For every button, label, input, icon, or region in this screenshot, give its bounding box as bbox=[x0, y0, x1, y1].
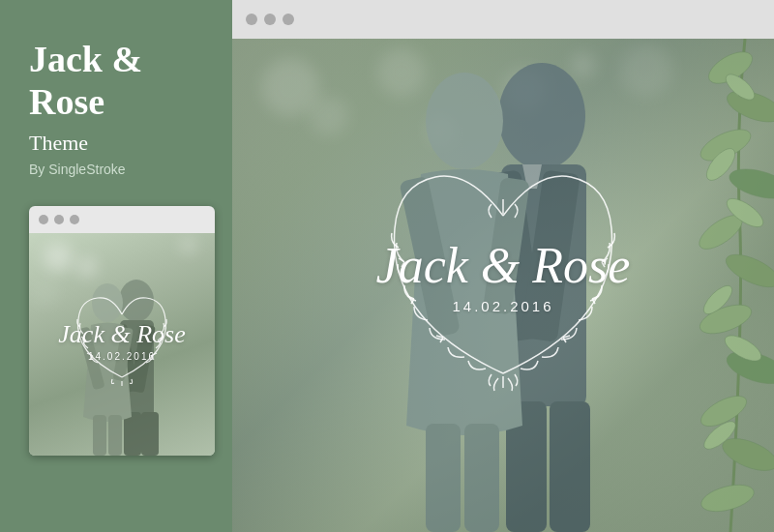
svg-rect-22 bbox=[464, 424, 499, 532]
wreath-large bbox=[348, 136, 658, 407]
wreath-small bbox=[59, 281, 185, 397]
theme-author: By SingleStroke bbox=[29, 162, 203, 177]
window-dot-1 bbox=[39, 215, 48, 224]
theme-subtitle: Theme bbox=[29, 131, 203, 156]
small-preview-image: Jack & Rose 14.02.2016 bbox=[29, 233, 215, 456]
svg-point-26 bbox=[727, 163, 774, 204]
main-area: Jack & Rose 14.02.2016 bbox=[232, 0, 774, 532]
main-dot-3 bbox=[283, 14, 294, 25]
main-dot-1 bbox=[246, 14, 257, 25]
main-window-bar bbox=[232, 0, 774, 39]
small-preview-window: Jack & Rose 14.02.2016 bbox=[29, 206, 215, 456]
small-window-bar bbox=[29, 206, 215, 233]
window-dot-3 bbox=[70, 215, 79, 224]
window-dot-2 bbox=[54, 215, 64, 224]
svg-rect-16 bbox=[550, 401, 590, 532]
svg-rect-5 bbox=[141, 412, 159, 456]
main-dot-2 bbox=[264, 14, 276, 25]
leaves-right bbox=[648, 39, 774, 532]
svg-rect-10 bbox=[108, 415, 122, 456]
svg-point-33 bbox=[699, 480, 757, 517]
main-preview-image: Jack & Rose 14.02.2016 bbox=[232, 39, 774, 532]
sidebar: Jack & Rose Theme By SingleStroke bbox=[0, 0, 232, 532]
svg-rect-9 bbox=[93, 415, 106, 456]
theme-title: Jack & Rose bbox=[29, 39, 203, 123]
svg-rect-21 bbox=[426, 424, 461, 532]
